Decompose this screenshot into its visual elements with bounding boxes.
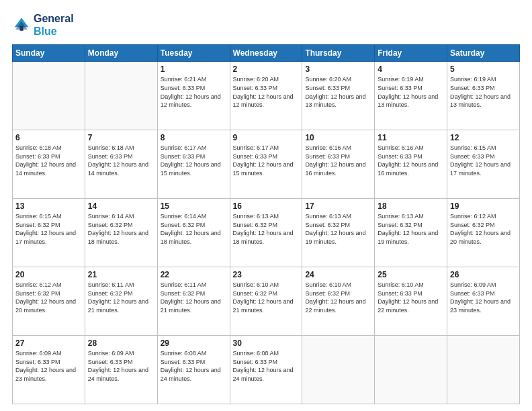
page: General Blue SundayMondayTuesdayWednesda… — [0, 0, 532, 411]
week-row-4: 20Sunrise: 6:12 AM Sunset: 6:32 PM Dayli… — [13, 267, 520, 336]
day-number: 3 — [305, 64, 371, 74]
day-number: 23 — [233, 270, 300, 279]
week-row-5: 27Sunrise: 6:09 AM Sunset: 6:33 PM Dayli… — [13, 336, 520, 404]
day-number: 24 — [305, 270, 371, 279]
day-info: Sunrise: 6:15 AM Sunset: 6:33 PM Dayligh… — [450, 144, 517, 177]
day-number: 21 — [88, 270, 154, 279]
calendar-cell: 6Sunrise: 6:18 AM Sunset: 6:33 PM Daylig… — [13, 130, 85, 199]
calendar-cell: 1Sunrise: 6:21 AM Sunset: 6:33 PM Daylig… — [157, 62, 230, 130]
calendar-cell — [447, 336, 520, 404]
calendar-cell: 21Sunrise: 6:11 AM Sunset: 6:32 PM Dayli… — [85, 267, 157, 336]
calendar-cell: 9Sunrise: 6:17 AM Sunset: 6:33 PM Daylig… — [230, 130, 302, 199]
day-number: 8 — [161, 133, 227, 142]
day-number: 16 — [233, 201, 300, 211]
day-number: 7 — [88, 133, 154, 142]
day-number: 4 — [378, 64, 444, 74]
day-info: Sunrise: 6:08 AM Sunset: 6:33 PM Dayligh… — [233, 349, 300, 383]
day-number: 13 — [15, 201, 82, 211]
calendar-cell: 17Sunrise: 6:13 AM Sunset: 6:32 PM Dayli… — [302, 199, 375, 267]
day-number: 1 — [161, 64, 227, 74]
day-info: Sunrise: 6:21 AM Sunset: 6:33 PM Dayligh… — [161, 75, 227, 109]
calendar-header: SundayMondayTuesdayWednesdayThursdayFrid… — [13, 45, 520, 62]
header: General Blue — [12, 12, 520, 38]
day-info: Sunrise: 6:15 AM Sunset: 6:32 PM Dayligh… — [15, 212, 82, 246]
day-info: Sunrise: 6:12 AM Sunset: 6:32 PM Dayligh… — [450, 212, 517, 246]
day-number: 12 — [450, 133, 517, 142]
calendar-cell: 23Sunrise: 6:10 AM Sunset: 6:32 PM Dayli… — [230, 267, 302, 336]
calendar-cell: 19Sunrise: 6:12 AM Sunset: 6:32 PM Dayli… — [447, 199, 520, 267]
calendar-cell: 14Sunrise: 6:14 AM Sunset: 6:32 PM Dayli… — [85, 199, 157, 267]
calendar-cell: 18Sunrise: 6:13 AM Sunset: 6:32 PM Dayli… — [375, 199, 447, 267]
calendar-body: 1Sunrise: 6:21 AM Sunset: 6:33 PM Daylig… — [13, 62, 520, 404]
calendar-cell: 13Sunrise: 6:15 AM Sunset: 6:32 PM Dayli… — [13, 199, 85, 267]
calendar-cell — [375, 336, 447, 404]
day-info: Sunrise: 6:19 AM Sunset: 6:33 PM Dayligh… — [378, 75, 444, 109]
day-info: Sunrise: 6:14 AM Sunset: 6:32 PM Dayligh… — [161, 212, 227, 246]
day-info: Sunrise: 6:16 AM Sunset: 6:33 PM Dayligh… — [305, 144, 371, 177]
calendar-cell: 16Sunrise: 6:13 AM Sunset: 6:32 PM Dayli… — [230, 199, 302, 267]
day-info: Sunrise: 6:13 AM Sunset: 6:32 PM Dayligh… — [378, 212, 444, 246]
calendar-cell: 28Sunrise: 6:09 AM Sunset: 6:33 PM Dayli… — [85, 336, 157, 404]
day-info: Sunrise: 6:16 AM Sunset: 6:33 PM Dayligh… — [378, 144, 444, 177]
logo-icon — [12, 15, 31, 34]
col-header-friday: Friday — [375, 45, 447, 62]
calendar-cell: 7Sunrise: 6:18 AM Sunset: 6:33 PM Daylig… — [85, 130, 157, 199]
calendar-cell: 10Sunrise: 6:16 AM Sunset: 6:33 PM Dayli… — [302, 130, 375, 199]
day-info: Sunrise: 6:12 AM Sunset: 6:32 PM Dayligh… — [15, 281, 82, 314]
calendar-cell — [13, 62, 85, 130]
day-info: Sunrise: 6:10 AM Sunset: 6:32 PM Dayligh… — [233, 281, 300, 314]
calendar-cell: 5Sunrise: 6:19 AM Sunset: 6:33 PM Daylig… — [447, 62, 520, 130]
calendar-cell: 11Sunrise: 6:16 AM Sunset: 6:33 PM Dayli… — [375, 130, 447, 199]
day-info: Sunrise: 6:13 AM Sunset: 6:32 PM Dayligh… — [305, 212, 371, 246]
day-number: 26 — [450, 270, 517, 279]
week-row-3: 13Sunrise: 6:15 AM Sunset: 6:32 PM Dayli… — [13, 199, 520, 267]
calendar-cell: 22Sunrise: 6:11 AM Sunset: 6:32 PM Dayli… — [157, 267, 230, 336]
day-info: Sunrise: 6:09 AM Sunset: 6:33 PM Dayligh… — [88, 349, 154, 383]
day-number: 6 — [15, 133, 82, 142]
day-info: Sunrise: 6:08 AM Sunset: 6:33 PM Dayligh… — [161, 349, 227, 383]
calendar-cell: 25Sunrise: 6:10 AM Sunset: 6:33 PM Dayli… — [375, 267, 447, 336]
col-header-wednesday: Wednesday — [230, 45, 302, 62]
calendar-cell — [302, 336, 375, 404]
day-number: 30 — [233, 338, 300, 348]
calendar-cell: 3Sunrise: 6:20 AM Sunset: 6:33 PM Daylig… — [302, 62, 375, 130]
calendar-cell: 8Sunrise: 6:17 AM Sunset: 6:33 PM Daylig… — [157, 130, 230, 199]
calendar-cell: 29Sunrise: 6:08 AM Sunset: 6:33 PM Dayli… — [157, 336, 230, 404]
day-number: 19 — [450, 201, 517, 211]
day-info: Sunrise: 6:10 AM Sunset: 6:32 PM Dayligh… — [305, 281, 371, 314]
day-number: 22 — [161, 270, 227, 279]
day-number: 27 — [15, 338, 82, 348]
svg-rect-2 — [19, 26, 23, 31]
day-number: 25 — [378, 270, 444, 279]
calendar-cell: 4Sunrise: 6:19 AM Sunset: 6:33 PM Daylig… — [375, 62, 447, 130]
col-header-sunday: Sunday — [13, 45, 85, 62]
calendar-cell: 12Sunrise: 6:15 AM Sunset: 6:33 PM Dayli… — [447, 130, 520, 199]
day-info: Sunrise: 6:17 AM Sunset: 6:33 PM Dayligh… — [233, 144, 300, 177]
day-info: Sunrise: 6:09 AM Sunset: 6:33 PM Dayligh… — [15, 349, 82, 383]
day-info: Sunrise: 6:11 AM Sunset: 6:32 PM Dayligh… — [88, 281, 154, 314]
calendar-cell — [85, 62, 157, 130]
day-number: 20 — [15, 270, 82, 279]
day-info: Sunrise: 6:18 AM Sunset: 6:33 PM Dayligh… — [88, 144, 154, 177]
logo-text: General Blue — [34, 12, 74, 38]
day-info: Sunrise: 6:20 AM Sunset: 6:33 PM Dayligh… — [305, 75, 371, 109]
calendar-cell: 26Sunrise: 6:09 AM Sunset: 6:33 PM Dayli… — [447, 267, 520, 336]
logo: General Blue — [12, 12, 74, 38]
col-header-monday: Monday — [85, 45, 157, 62]
day-number: 5 — [450, 64, 517, 74]
day-info: Sunrise: 6:18 AM Sunset: 6:33 PM Dayligh… — [15, 144, 82, 177]
day-number: 17 — [305, 201, 371, 211]
week-row-1: 1Sunrise: 6:21 AM Sunset: 6:33 PM Daylig… — [13, 62, 520, 130]
day-info: Sunrise: 6:11 AM Sunset: 6:32 PM Dayligh… — [161, 281, 227, 314]
calendar-cell: 30Sunrise: 6:08 AM Sunset: 6:33 PM Dayli… — [230, 336, 302, 404]
calendar-cell: 15Sunrise: 6:14 AM Sunset: 6:32 PM Dayli… — [157, 199, 230, 267]
col-header-saturday: Saturday — [447, 45, 520, 62]
day-number: 28 — [88, 338, 154, 348]
day-number: 9 — [233, 133, 300, 142]
day-info: Sunrise: 6:13 AM Sunset: 6:32 PM Dayligh… — [233, 212, 300, 246]
day-number: 15 — [161, 201, 227, 211]
calendar-cell: 27Sunrise: 6:09 AM Sunset: 6:33 PM Dayli… — [13, 336, 85, 404]
header-row: SundayMondayTuesdayWednesdayThursdayFrid… — [13, 45, 520, 62]
col-header-tuesday: Tuesday — [157, 45, 230, 62]
day-info: Sunrise: 6:17 AM Sunset: 6:33 PM Dayligh… — [161, 144, 227, 177]
